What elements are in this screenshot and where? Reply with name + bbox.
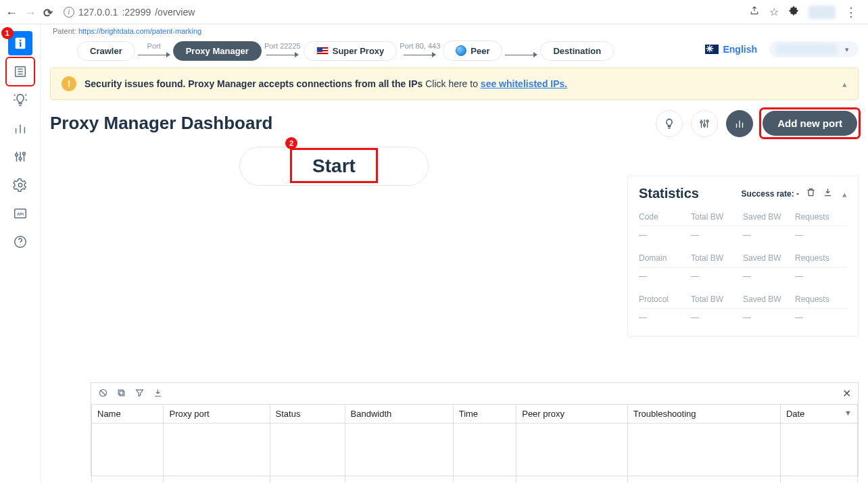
filters-button[interactable] bbox=[691, 110, 718, 137]
col-status[interactable]: Status bbox=[270, 405, 345, 424]
download-icon[interactable] bbox=[823, 187, 833, 200]
sidebar-item-api[interactable]: API bbox=[8, 201, 32, 226]
reload-icon[interactable] bbox=[43, 6, 55, 18]
url-path: /overview bbox=[155, 7, 195, 18]
flow-crawler: Crawler bbox=[77, 41, 135, 61]
sidebar-item-tips[interactable] bbox=[8, 88, 32, 112]
svg-point-19 bbox=[22, 153, 25, 155]
browser-toolbar: i 127.0.0.1:22999/overview ☆ bbox=[0, 0, 868, 24]
stats-button[interactable] bbox=[726, 110, 753, 137]
flow-proxy-manager: Proxy Manager bbox=[173, 41, 262, 61]
col-troubleshooting[interactable]: Troubleshooting bbox=[627, 405, 780, 424]
statistics-panel: Statistics Success rate: - Code Total BW… bbox=[627, 176, 859, 336]
flow-peer: Peer bbox=[443, 41, 502, 61]
banner-link[interactable]: see whitelisted IPs. bbox=[481, 78, 567, 89]
stats-h-totalbw: Total BW bbox=[691, 207, 743, 226]
star-icon[interactable]: ☆ bbox=[769, 5, 779, 18]
flow-arrow-1: Port bbox=[138, 43, 170, 59]
language-dropdown[interactable]: English bbox=[705, 44, 757, 55]
collapse-icon[interactable] bbox=[840, 188, 847, 200]
sidebar: 1 API bbox=[0, 24, 41, 483]
us-flag-icon bbox=[316, 47, 329, 55]
flow-arrow-4 bbox=[505, 43, 537, 59]
svg-point-28 bbox=[704, 124, 706, 126]
ports-table-panel: ✕ Name Proxy port Status Bandwidth Time … bbox=[91, 382, 859, 476]
sidebar-item-settings-sliders[interactable] bbox=[8, 145, 32, 169]
forward-icon bbox=[24, 6, 37, 18]
main-content: Patent: https://brightdata.com/patent-ma… bbox=[41, 24, 868, 483]
extensions-icon[interactable] bbox=[788, 5, 799, 19]
stats-h-protocol: Protocol bbox=[639, 289, 691, 308]
globe-icon bbox=[456, 45, 466, 56]
patent-line: Patent: https://brightdata.com/patent-ma… bbox=[53, 27, 859, 35]
col-date[interactable]: Date▼ bbox=[780, 405, 857, 424]
add-new-port-button[interactable]: Add new port bbox=[763, 111, 857, 136]
svg-rect-2 bbox=[20, 42, 21, 47]
svg-point-24 bbox=[20, 245, 20, 245]
account-dropdown[interactable] bbox=[769, 41, 859, 57]
profile-blur bbox=[809, 5, 836, 19]
security-banner: ! Security issues found. Proxy Manager a… bbox=[50, 68, 859, 100]
url-port: :22999 bbox=[122, 7, 151, 18]
account-blur bbox=[776, 44, 837, 55]
copy-icon[interactable] bbox=[116, 388, 126, 400]
svg-point-30 bbox=[706, 120, 708, 122]
ports-table: Name Proxy port Status Bandwidth Time Pe… bbox=[91, 404, 858, 483]
svg-rect-1 bbox=[20, 40, 21, 41]
sidebar-item-stats[interactable] bbox=[8, 116, 32, 141]
stats-h-domain: Domain bbox=[639, 248, 691, 267]
table-row bbox=[92, 424, 858, 484]
page-title: Proxy Manager Dashboard bbox=[50, 113, 272, 134]
language-label: English bbox=[723, 44, 757, 55]
sidebar-item-config[interactable] bbox=[8, 173, 32, 197]
trash-icon[interactable] bbox=[806, 187, 816, 200]
svg-line-7 bbox=[14, 95, 15, 96]
flow-super-proxy: Super Proxy bbox=[304, 41, 397, 61]
col-peer-proxy[interactable]: Peer proxy bbox=[516, 405, 628, 424]
col-bandwidth[interactable]: Bandwidth bbox=[345, 405, 453, 424]
banner-strong: Security issues found. Proxy Manager acc… bbox=[85, 78, 423, 89]
flow-destination: Destination bbox=[540, 41, 614, 61]
svg-point-17 bbox=[19, 157, 22, 160]
col-name[interactable]: Name bbox=[92, 405, 164, 424]
banner-collapse-icon[interactable] bbox=[840, 78, 847, 90]
close-table-icon[interactable]: ✕ bbox=[842, 387, 851, 400]
stats-h-requests: Requests bbox=[795, 207, 847, 226]
back-icon[interactable] bbox=[5, 6, 18, 18]
flow-diagram: Crawler Port Proxy Manager Port 22225 Su… bbox=[77, 41, 614, 61]
stats-h-code: Code bbox=[639, 207, 691, 226]
svg-line-35 bbox=[101, 390, 106, 395]
warning-icon: ! bbox=[62, 76, 76, 91]
svg-point-20 bbox=[18, 183, 22, 187]
flow-arrow-2: Port 22225 bbox=[264, 43, 301, 59]
add-port-highlight: Add new port bbox=[761, 109, 859, 137]
stats-h-savedbw: Saved BW bbox=[743, 207, 795, 226]
success-rate-value: - bbox=[794, 189, 799, 199]
disable-icon[interactable] bbox=[98, 388, 108, 400]
tips-button[interactable] bbox=[656, 110, 683, 137]
flow-arrow-3: Port 80, 443 bbox=[400, 43, 440, 59]
stats-grid: Code Total BW Saved BW Requests — — — — … bbox=[639, 207, 847, 330]
address-bar[interactable]: i 127.0.0.1:22999/overview bbox=[64, 7, 741, 18]
filter-icon[interactable] bbox=[135, 388, 145, 400]
svg-line-8 bbox=[25, 95, 26, 96]
annotation-badge-1: 1 bbox=[1, 27, 14, 39]
uk-flag-icon bbox=[705, 45, 719, 54]
svg-point-26 bbox=[700, 121, 702, 123]
sidebar-item-proxies[interactable] bbox=[8, 59, 32, 84]
patent-link[interactable]: https://brightdata.com/patent-marking bbox=[78, 27, 201, 35]
share-icon[interactable] bbox=[749, 5, 760, 19]
sidebar-item-help[interactable] bbox=[8, 230, 32, 254]
url-host: 127.0.0.1 bbox=[78, 7, 118, 18]
statistics-title: Statistics bbox=[639, 186, 699, 201]
site-info-icon[interactable]: i bbox=[64, 7, 74, 18]
svg-rect-37 bbox=[118, 390, 123, 395]
col-time[interactable]: Time bbox=[453, 405, 516, 424]
annotation-badge-2: 2 bbox=[285, 137, 297, 149]
svg-point-15 bbox=[15, 153, 18, 156]
col-proxy-port[interactable]: Proxy port bbox=[164, 405, 270, 424]
patent-prefix: Patent: bbox=[53, 27, 78, 35]
svg-rect-36 bbox=[120, 391, 124, 396]
download-table-icon[interactable] bbox=[153, 388, 163, 400]
kebab-menu-icon[interactable] bbox=[845, 5, 857, 20]
